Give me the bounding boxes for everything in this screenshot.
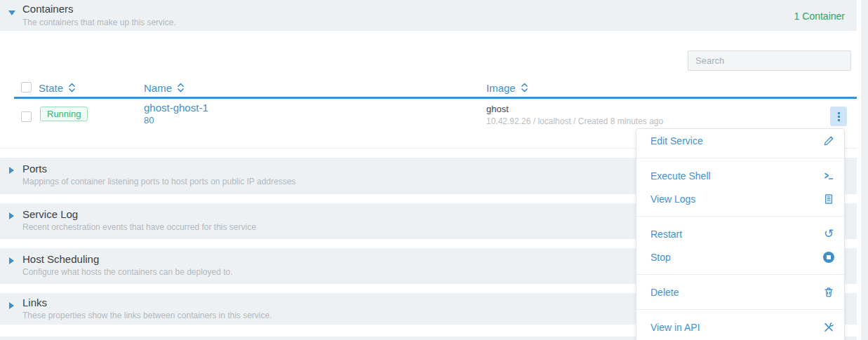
service-detail-page: Containers The containers that make up t… <box>0 0 868 340</box>
menu-item-label: Delete <box>650 287 679 298</box>
column-label: Name <box>144 82 172 94</box>
expand-triangle-icon[interactable] <box>9 302 14 309</box>
menu-item-stop[interactable]: Stop <box>636 245 844 268</box>
table-row: Running ghost-ghost-1 80 ghost 10.42.92.… <box>14 99 857 130</box>
image-name: ghost <box>486 104 509 114</box>
menu-separator <box>636 309 844 310</box>
menu-item-label: Execute Shell <box>650 170 711 182</box>
menu-separator <box>636 158 844 158</box>
menu-item-label: Stop <box>650 252 671 263</box>
menu-item-view-logs[interactable]: View Logs <box>636 187 844 210</box>
section-title: Containers <box>22 3 74 15</box>
section-subtitle: Recent orchestration events that have oc… <box>22 222 256 232</box>
trash-icon <box>822 286 835 299</box>
container-count-badge: 1 Container <box>794 11 845 22</box>
stop-icon <box>822 251 835 264</box>
search-input[interactable] <box>688 50 851 71</box>
section-subtitle: The containers that make up this service… <box>22 18 176 27</box>
container-name-link[interactable]: ghost-ghost-1 <box>144 102 208 114</box>
menu-item-view-in-api[interactable]: View in API <box>636 315 844 339</box>
section-subtitle: These properties show the links between … <box>22 311 272 320</box>
section-subtitle: Mappings of container listening ports to… <box>22 177 295 186</box>
column-header-image[interactable]: Image <box>486 79 528 97</box>
collapse-triangle-icon[interactable] <box>8 11 15 15</box>
expand-triangle-icon[interactable] <box>9 167 14 174</box>
pencil-icon <box>822 135 835 147</box>
expand-triangle-icon[interactable] <box>9 257 14 264</box>
table-header: State Name Image <box>14 79 857 99</box>
menu-item-label: Edit Service <box>650 135 703 147</box>
menu-item-label: View Logs <box>650 193 695 205</box>
container-port-link[interactable]: 80 <box>144 115 154 125</box>
section-title: Host Scheduling <box>22 253 99 265</box>
section-title: Ports <box>22 163 47 175</box>
menu-item-restart[interactable]: Restart ↺ <box>636 222 844 245</box>
menu-item-label: View in API <box>650 322 700 333</box>
select-all-checkbox[interactable] <box>21 82 32 93</box>
menu-separator <box>636 274 844 275</box>
section-title: Service Log <box>22 208 78 220</box>
ellipsis-icon <box>838 112 840 114</box>
state-badge: Running <box>40 107 88 121</box>
restart-icon: ↺ <box>822 228 835 240</box>
row-actions-button[interactable] <box>830 107 847 126</box>
api-icon <box>822 321 835 334</box>
section-containers-header[interactable]: Containers The containers that make up t… <box>0 0 857 31</box>
column-label: State <box>39 82 63 94</box>
sort-icon <box>177 82 185 93</box>
column-label: Image <box>486 82 516 94</box>
menu-item-execute-shell[interactable]: Execute Shell <box>636 164 844 187</box>
sort-icon <box>68 82 76 93</box>
container-actions-menu: Edit Service Execute Shell View Logs <box>636 128 845 340</box>
menu-item-label: Restart <box>650 229 682 240</box>
terminal-icon <box>822 170 835 182</box>
file-icon <box>822 193 835 205</box>
expand-triangle-icon[interactable] <box>9 212 14 219</box>
image-meta: 10.42.92.26 / localhost / Created 8 minu… <box>486 116 663 126</box>
scrollbar-track[interactable] <box>861 0 868 340</box>
menu-separator <box>636 216 844 217</box>
sort-icon <box>521 82 528 93</box>
row-checkbox[interactable] <box>21 111 32 122</box>
column-header-name[interactable]: Name <box>144 79 185 97</box>
section-subtitle: Configure what hosts the containers can … <box>22 267 233 277</box>
column-header-state[interactable]: State <box>39 79 76 97</box>
menu-item-delete[interactable]: Delete <box>636 280 844 304</box>
section-title: Links <box>22 297 47 308</box>
menu-item-edit-service[interactable]: Edit Service <box>636 129 844 152</box>
